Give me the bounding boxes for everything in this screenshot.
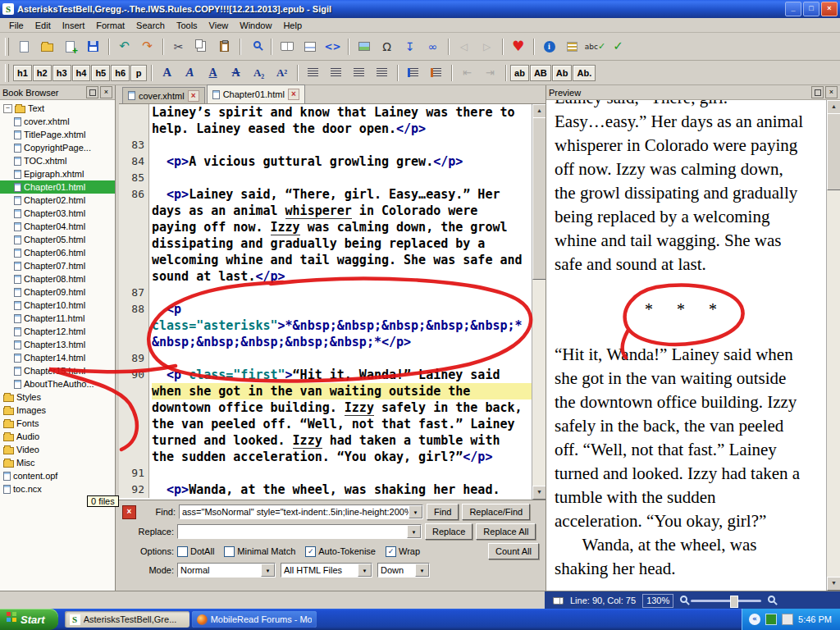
uppercase-button[interactable]: AB [530,65,551,81]
titlecase-button[interactable]: Ab [552,65,573,81]
maximize-button[interactable]: □ [803,2,819,16]
menu-insert[interactable]: Insert [57,20,91,31]
dropdown-arrow-icon[interactable]: ▼ [358,564,372,577]
tree-item-chapter12-html[interactable]: Chapter12.html [0,325,115,338]
menu-format[interactable]: Format [90,20,130,31]
add-existing-file-button[interactable] [59,36,81,57]
heading-5-button[interactable]: h5 [91,65,110,81]
code-view[interactable]: Lainey’s spirit and know that Lainey was… [119,104,546,500]
tree-item-fonts[interactable]: Fonts [0,417,115,430]
code-text[interactable]: <p>Lainey said, “There, girl. Easy…easy.… [149,186,532,285]
code-text[interactable]: <p class="asterisks">*&nbsp;&nbsp;&nbsp;… [149,301,532,350]
numbered-list-button[interactable] [425,62,447,83]
combo-direction[interactable]: Down▼ [377,563,430,578]
superscript-button[interactable]: A² [271,62,293,83]
tree-item-chapter07-html[interactable]: Chapter07.html [0,259,115,272]
checkbox[interactable]: ✓ [305,546,316,557]
bold-button[interactable]: A [156,62,178,83]
underline-button[interactable]: A [202,62,224,83]
dropdown-arrow-icon[interactable]: ▼ [261,564,275,577]
save-button[interactable] [82,36,104,57]
zoom-slider[interactable] [691,600,761,602]
menu-view[interactable]: View [203,20,235,31]
hide-icons-button[interactable]: « [749,614,760,625]
paste-button[interactable] [213,36,235,57]
find-input[interactable]: ass="MsoNormal" style="text-indent:.5in;… [179,504,423,519]
insert-id-button[interactable]: ↧ [399,36,421,57]
dropdown-arrow-icon[interactable]: ▼ [415,564,429,577]
code-text[interactable] [149,465,532,482]
tree-item-chapter01-html[interactable]: Chapter01.html [0,180,115,194]
tray-icon-1[interactable] [765,614,777,625]
code-text[interactable] [149,285,532,301]
metadata-editor-button[interactable]: i [538,36,560,57]
dropdown-arrow-icon[interactable]: ▼ [409,505,422,518]
cut-button[interactable]: ✂ [167,36,189,57]
option-auto-tokenise[interactable]: ✓Auto-Tokenise [305,546,376,557]
tree-item-chapter09-html[interactable]: Chapter09.html [0,285,115,299]
scroll-up-icon[interactable]: ▲ [532,104,546,118]
toolbar-grip[interactable] [5,64,9,82]
minimize-button[interactable]: _ [785,2,801,16]
tree-item-chapter10-html[interactable]: Chapter10.html [0,299,115,312]
menu-help[interactable]: Help [277,20,308,31]
zoom-out-icon[interactable] [680,596,687,603]
taskbar-task-asteriskstestbell-gre[interactable]: SAsterisksTestBell,Gre... [65,611,189,628]
menu-edit[interactable]: Edit [30,20,57,31]
heading-3-button[interactable]: h3 [52,65,71,81]
table-of-contents-button[interactable] [561,36,583,57]
tree-item-chapter14-html[interactable]: Chapter14.html [0,351,115,364]
tree-item-titlepage-xhtml[interactable]: TitlePage.xhtml [0,128,115,141]
code-text[interactable]: <p class="first">“Hit it, Wanda!” Lainey… [149,367,532,465]
new-file-button[interactable] [13,36,35,57]
count-all-button[interactable]: Count All [488,543,539,559]
insert-special-character-button[interactable]: Ω [376,36,398,57]
checkbox[interactable]: ✓ [386,546,396,557]
zoom-in-icon[interactable] [768,596,775,603]
scrollbar-thumb[interactable] [532,117,546,280]
tree-item-misc[interactable]: Misc [0,456,115,469]
option-wrap[interactable]: ✓Wrap [386,546,420,557]
heading-1-button[interactable]: h1 [13,65,32,81]
tree-item-images[interactable]: Images [0,404,115,417]
insert-link-button[interactable]: ∞ [422,36,444,57]
heading-6-button[interactable]: h6 [111,65,130,81]
bullet-list-button[interactable] [402,62,424,83]
checkbox[interactable] [177,546,188,557]
paragraph-button[interactable]: p [130,65,147,81]
tree-item-video[interactable]: Video [0,443,115,456]
tree-item-chapter11-html[interactable]: Chapter11.html [0,312,115,325]
tree-item-epigraph-xhtml[interactable]: Epigraph.xhtml [0,167,115,180]
open-file-button[interactable] [36,36,58,57]
tree-item-styles[interactable]: Styles [0,390,115,404]
replace-find-button[interactable]: Replace/Find [462,504,530,520]
menu-window[interactable]: Window [234,20,277,31]
donate-button[interactable]: ♥ [507,36,529,57]
replace-button[interactable]: Replace [425,523,472,540]
menu-search[interactable]: Search [130,20,171,31]
editor-scrollbar[interactable]: ▲ ▼ [532,104,546,500]
tree-item-text[interactable]: −Text [0,102,115,115]
tree-item-audio[interactable]: Audio [0,430,115,443]
close-tab-icon[interactable]: × [288,89,299,100]
code-text[interactable] [149,350,532,367]
tree-item-chapter02-html[interactable]: Chapter02.html [0,194,115,207]
combo-mode[interactable]: Normal▼ [177,563,276,578]
undo-button[interactable]: ↶ [113,36,135,57]
float-panel-button[interactable] [811,86,824,98]
well-formed-check-button[interactable]: ✓ [607,36,629,57]
redo-button[interactable]: ↷ [136,36,158,57]
tree-item-chapter05-html[interactable]: Chapter05.html [0,233,115,246]
code-text[interactable]: <p>A vicious guttural growling grew.</p> [149,153,532,170]
close-tab-icon[interactable]: × [188,90,199,102]
subscript-button[interactable]: A₂ [248,62,270,83]
replace-input[interactable]: ▼ [177,524,422,539]
tab-cover-xhtml[interactable]: cover.xhtml× [122,87,205,103]
checkbox[interactable] [224,546,235,557]
align-left-button[interactable] [302,62,324,83]
tree-item-chapter08-html[interactable]: Chapter08.html [0,272,115,285]
align-center-button[interactable] [325,62,347,83]
replace-all-button[interactable]: Replace All [476,523,536,540]
book-view-button[interactable] [276,36,298,57]
tree-item-content-opf[interactable]: content.opf [0,469,115,482]
